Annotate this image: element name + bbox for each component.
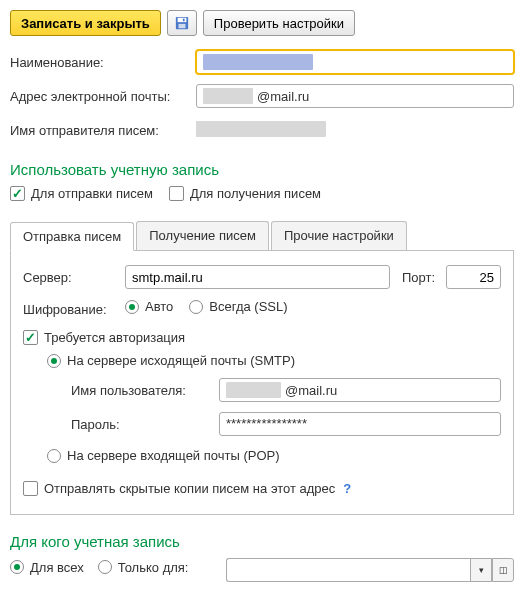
enc-auto-label: Авто — [145, 299, 173, 314]
enc-ssl-label: Всегда (SSL) — [209, 299, 287, 314]
port-label: Порт: — [402, 270, 440, 285]
floppy-icon — [175, 16, 189, 30]
encryption-label: Шифрование: — [23, 302, 119, 317]
password-input[interactable]: **************** — [219, 412, 501, 436]
enc-ssl-radio[interactable] — [189, 300, 203, 314]
server-label: Сервер: — [23, 270, 119, 285]
for-all-label: Для всех — [30, 560, 84, 575]
tab-other[interactable]: Прочие настройки — [271, 221, 407, 250]
only-for-open-button[interactable]: ◫ — [492, 558, 514, 582]
help-icon[interactable]: ? — [343, 481, 351, 496]
svg-rect-1 — [177, 18, 186, 22]
tab-send[interactable]: Отправка писем — [10, 222, 134, 251]
username-input[interactable]: @mail.ru — [219, 378, 501, 402]
email-input[interactable]: @mail.ru — [196, 84, 514, 108]
name-label: Наименование: — [10, 55, 190, 70]
tab-send-pane: Сервер: Порт: Шифрование: Авто Всегда (S… — [10, 251, 514, 515]
tabs: Отправка писем Получение писем Прочие на… — [10, 221, 514, 251]
tab-receive[interactable]: Получение писем — [136, 221, 269, 250]
chevron-down-icon: ▾ — [479, 565, 484, 575]
svg-rect-2 — [178, 24, 185, 28]
server-input[interactable] — [125, 265, 390, 289]
sender-label: Имя отправителя писем: — [10, 123, 190, 138]
check-settings-button[interactable]: Проверить настройки — [203, 10, 355, 36]
password-label: Пароль: — [71, 417, 211, 432]
only-for-radio[interactable] — [98, 560, 112, 574]
use-account-header: Использовать учетную запись — [10, 161, 514, 178]
auth-smtp-label: На сервере исходящей почты (SMTP) — [67, 353, 295, 368]
email-suffix: @mail.ru — [257, 89, 309, 104]
auth-pop-label: На сервере входящей почты (POP) — [67, 448, 280, 463]
name-input[interactable] — [196, 50, 514, 74]
username-label: Имя пользователя: — [71, 383, 211, 398]
port-input[interactable] — [446, 265, 501, 289]
svg-rect-3 — [183, 19, 185, 22]
for-send-label: Для отправки писем — [31, 186, 153, 201]
only-for-input[interactable] — [226, 558, 470, 582]
only-for-label: Только для: — [118, 560, 189, 575]
auth-pop-radio[interactable] — [47, 449, 61, 463]
email-label: Адрес электронной почты: — [10, 89, 190, 104]
for-all-radio[interactable] — [10, 560, 24, 574]
save-and-close-button[interactable]: Записать и закрыть — [10, 10, 161, 36]
open-icon: ◫ — [499, 565, 508, 575]
password-value: **************** — [226, 416, 307, 431]
auth-required-checkbox[interactable] — [23, 330, 38, 345]
bcc-label: Отправлять скрытые копии писем на этот а… — [44, 481, 335, 496]
username-suffix: @mail.ru — [285, 383, 337, 398]
auth-required-label: Требуется авторизация — [44, 330, 185, 345]
auth-smtp-radio[interactable] — [47, 354, 61, 368]
save-button[interactable] — [167, 10, 197, 36]
for-whom-header: Для кого учетная запись — [10, 533, 514, 550]
for-receive-checkbox[interactable] — [169, 186, 184, 201]
enc-auto-radio[interactable] — [125, 300, 139, 314]
sender-value — [196, 121, 326, 137]
bcc-checkbox[interactable] — [23, 481, 38, 496]
for-send-checkbox[interactable] — [10, 186, 25, 201]
for-receive-label: Для получения писем — [190, 186, 321, 201]
only-for-dropdown-button[interactable]: ▾ — [470, 558, 492, 582]
